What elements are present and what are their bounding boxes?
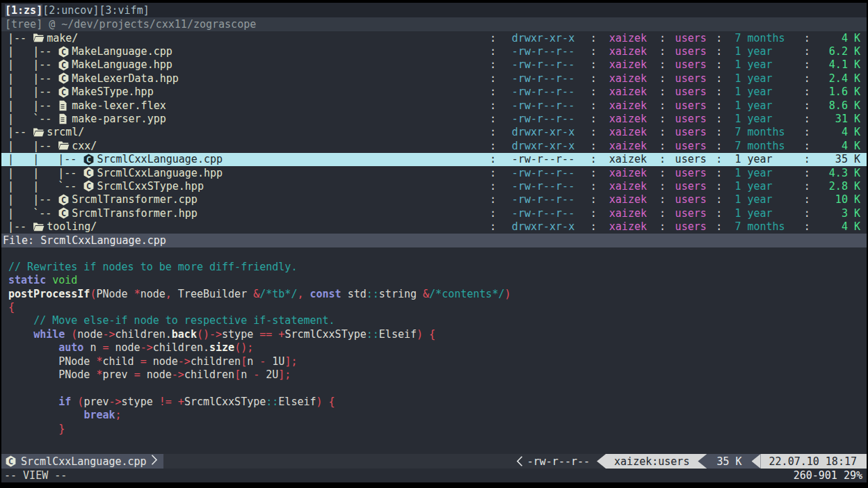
code-line: static void (1, 274, 867, 287)
table-row[interactable]: | |-- C MakeLanguage.hpp : -rw-r--r-- : … (1, 58, 867, 72)
file-name: make/ (47, 32, 78, 44)
file-size: 4 K (810, 220, 867, 233)
table-row[interactable]: | | |-- C SrcmlCxxLanguage.hpp : -rw-r--… (1, 166, 867, 179)
svg-text:C: C (86, 181, 91, 191)
file-permissions: -rw-r--r-- (496, 113, 590, 125)
file-size: 2.8 K (810, 180, 867, 193)
file-name: SrcmlCxxLanguage.cpp (97, 153, 223, 165)
cpp-icon: C (58, 46, 72, 58)
file-permissions: -rw-r--r-- (496, 86, 590, 98)
file-date: 7 months (722, 126, 803, 138)
file-group: users (666, 140, 716, 152)
tree-branch: | `-- (1, 113, 58, 125)
statusbar-spacer (163, 454, 512, 469)
table-row[interactable]: | | |-- C SrcmlCxxLanguage.cpp : -rw-r--… (1, 153, 867, 166)
tmux-window-3[interactable]: [3:vifm] (99, 4, 149, 17)
svg-text:C: C (61, 88, 66, 97)
file-name: tooling/ (47, 220, 97, 233)
file-date: 7 months (722, 140, 803, 152)
code-line: } (1, 423, 867, 436)
cpp-icon: C (5, 455, 17, 467)
file-owner: xaizek (597, 99, 659, 112)
table-row[interactable]: | `-- C SrcmlTransformer.hpp : -rw-r--r-… (1, 206, 867, 220)
file-size: 4.3 K (810, 167, 867, 179)
code-line: // Move else-if node to respective if-st… (1, 314, 867, 327)
tree-branch: | |-- (1, 86, 58, 98)
folder-icon (33, 222, 47, 232)
file-date: 1 year (722, 167, 803, 179)
svg-text:C: C (61, 47, 66, 56)
table-row[interactable]: | |-- C SrcmlTransformer.cpp : -rw-r--r-… (1, 193, 867, 206)
file-group: users (666, 193, 716, 206)
file-name: SrcmlTransformer.hpp (72, 207, 198, 220)
powerline-arrow-icon (752, 454, 761, 469)
statusbar-permissions: -rw-r--r-- (527, 454, 597, 469)
file-name: make-parser.ypp (72, 113, 166, 125)
statusbar-size-text: 35 K (716, 455, 741, 468)
table-row[interactable]: | | `-- C SrcmlCxxSType.hpp : -rw-r--r--… (1, 179, 867, 193)
file-size: 4 K (810, 32, 867, 44)
chevron-right-icon (151, 455, 158, 468)
file-icon (58, 100, 72, 111)
file-date: 1 year (722, 180, 803, 193)
file-icon (58, 113, 72, 124)
svg-text:C: C (61, 74, 66, 83)
file-size: 2.4 K (810, 72, 867, 85)
tree-branch: | |-- (1, 99, 58, 112)
file-permissions: -rw-r--r-- (496, 180, 590, 193)
file-permissions: drwxr-xr-x (496, 220, 590, 233)
tmux-window-2[interactable]: [2:uncov] (42, 4, 99, 17)
code-line: postProcessIf(PNode *node, TreeBuilder &… (1, 288, 867, 301)
tmux-window-1[interactable]: [1:zs] (5, 4, 42, 17)
code-line: break; (1, 409, 867, 422)
folder-icon (33, 33, 47, 43)
file-group: users (666, 72, 716, 85)
current-directory-text: [tree] @ ~/dev/projects/cxx11/zograscope (5, 18, 256, 31)
file-name: make-lexer.flex (72, 99, 166, 112)
table-row[interactable]: |-- tooling/ : drwxr-xr-x : xaizek : use… (1, 220, 867, 233)
code-line (1, 382, 867, 395)
tree-branch: | |-- (1, 58, 58, 71)
tmux-status-line: [1:zs][2:uncov][3:vifm] (1, 3, 867, 17)
table-row[interactable]: | |-- make-lexer.flex : -rw-r--r-- : xai… (1, 99, 867, 112)
table-row[interactable]: | `-- make-parser.ypp : -rw-r--r-- : xai… (1, 112, 867, 125)
file-group: users (666, 32, 716, 44)
cpp-icon: C (83, 180, 97, 192)
table-row[interactable]: |-- srcml/ : drwxr-xr-x : xaizek : users… (1, 126, 867, 139)
file-owner: xaizek (597, 45, 659, 58)
file-name: SrcmlTransformer.cpp (72, 193, 198, 206)
table-row[interactable]: | |-- C MakeLanguage.cpp : -rw-r--r-- : … (1, 44, 867, 58)
file-group: users (666, 86, 716, 98)
tree-branch: | |-- (1, 140, 58, 152)
file-group: users (666, 113, 716, 125)
table-row[interactable]: |-- make/ : drwxr-xr-x : xaizek : users … (1, 31, 867, 44)
message-line: -- VIEW -- 260-901 29% (1, 469, 867, 482)
cpp-icon: C (58, 194, 72, 206)
file-group: users (666, 207, 716, 220)
svg-text:C: C (61, 195, 66, 205)
file-name: SrcmlCxxLanguage.hpp (97, 167, 223, 179)
file-owner: xaizek (597, 113, 659, 125)
file-permissions: -rw-r--r-- (496, 58, 590, 71)
statusbar-datetime-text: 22.07.10 18:17 (769, 455, 857, 468)
file-group: users (666, 45, 716, 58)
scroll-position: 260-901 29% (794, 469, 862, 482)
file-date: 1 year (722, 207, 803, 220)
tree-branch: | | |-- (1, 167, 83, 179)
table-row[interactable]: | |-- cxx/ : drwxr-xr-x : xaizek : users… (1, 139, 867, 152)
file-date: 1 year (722, 193, 803, 206)
code-line: auto n = node->children.size(); (1, 341, 867, 355)
file-owner: xaizek (597, 153, 659, 165)
file-permissions: -rw-r--r-- (496, 153, 590, 165)
svg-text:C: C (61, 60, 66, 70)
file-owner: xaizek (597, 126, 659, 138)
table-row[interactable]: | |-- C MakeSType.hpp : -rw-r--r-- : xai… (1, 86, 867, 99)
tree-branch: | `-- (1, 207, 58, 220)
svg-text:C: C (8, 457, 13, 466)
table-row[interactable]: | |-- C MakeLexerData.hpp : -rw-r--r-- :… (1, 72, 867, 85)
file-group: users (666, 180, 716, 193)
file-permissions: drwxr-xr-x (496, 126, 590, 138)
file-permissions: drwxr-xr-x (496, 32, 590, 44)
terminal-window: [1:zs][2:uncov][3:vifm] [tree] @ ~/dev/p… (1, 3, 867, 482)
file-name: MakeLanguage.hpp (72, 58, 172, 71)
